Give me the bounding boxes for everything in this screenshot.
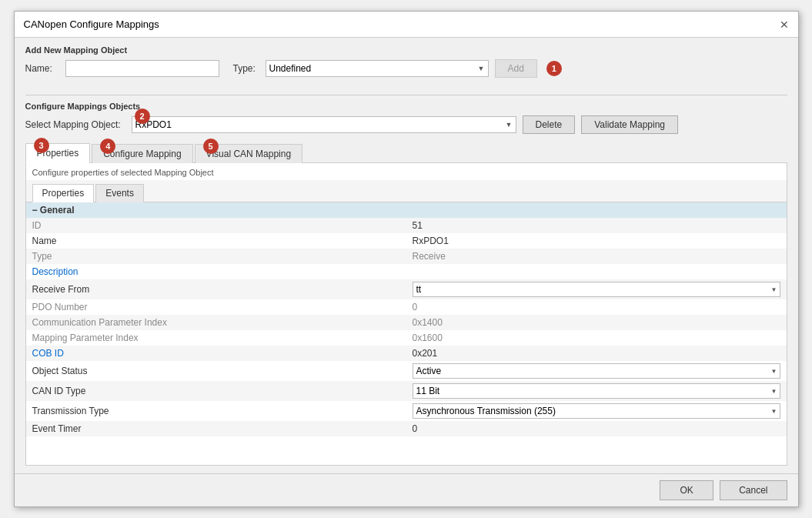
divider-1 [25,95,787,95]
prop-value-id: 51 [406,218,787,233]
prop-value-event-timer: 0 [406,421,787,436]
panel-title: Configure properties of selected Mapping… [26,163,787,180]
table-row: Communication Parameter Index 0x1400 [26,315,787,330]
dialog-footer: OK Cancel [15,473,798,506]
prop-key-id: ID [26,218,406,233]
mapping-object-select[interactable]: RxPDO1 TxPDO1 [132,116,516,133]
object-select-row: Select Mapping Object: RxPDO1 TxPDO1 2 D… [25,115,787,134]
prop-key-name: Name [26,233,406,249]
close-button[interactable]: ✕ [780,19,789,30]
prop-key-comm-param: Communication Parameter Index [26,315,406,330]
table-row: Name RxPDO1 [26,233,787,249]
prop-value-cob-id: 0x201 [406,346,787,361]
table-row: Receive From tt [26,279,787,299]
prop-key-receive-from: Receive From [26,279,406,299]
configure-section: Configure Mappings Objects Select Mappin… [25,102,787,139]
table-row: Object Status Active Inactive [26,361,787,381]
table-row: Description [26,264,787,279]
dialog-title: CANopen Configure Mappings [24,18,159,30]
name-label: Name: [25,63,59,74]
dialog-body: Add New Mapping Object Name: Type: Undef… [15,38,798,473]
sub-tab-properties[interactable]: Properties [32,184,95,202]
prop-value-comm-param: 0x1400 [406,315,787,330]
prop-key-type: Type [26,249,406,264]
table-row: ID 51 [26,218,787,233]
prop-value-mapping-param: 0x1600 [406,330,787,346]
table-row: Mapping Parameter Index 0x1600 [26,330,787,346]
type-select[interactable]: Undefined TxPDO RxPDO [266,60,489,77]
general-section-header: − General [26,202,787,218]
receive-from-select[interactable]: tt [413,282,780,297]
delete-button[interactable]: Delete [523,115,576,134]
title-bar: CANopen Configure Mappings ✕ [15,12,798,38]
type-select-wrapper: Undefined TxPDO RxPDO [266,60,489,77]
prop-value-type: Receive [406,249,787,264]
prop-value-receive-from: tt [406,279,787,299]
sub-tabs-row: Properties Events [26,180,787,202]
table-row: Transmission Type Asynchronous Transmiss… [26,401,787,421]
prop-key-cob-id: COB ID [26,346,406,361]
prop-key-event-timer: Event Timer [26,421,406,436]
prop-key-transmission-type: Transmission Type [26,401,406,421]
prop-key-description: Description [26,264,406,279]
table-row: COB ID 0x201 [26,346,787,361]
transmission-type-select[interactable]: Asynchronous Transmission (255) Synchron… [413,403,780,419]
table-row: CAN ID Type 11 Bit 29 Bit [26,381,787,401]
sub-tab-events[interactable]: Events [95,184,144,202]
validate-mapping-button[interactable]: Validate Mapping [581,115,678,134]
badge-1: 1 [546,61,562,76]
properties-table: − General ID 51 Name RxPDO1 [26,202,787,436]
prop-key-mapping-param: Mapping Parameter Index [26,330,406,346]
badge-5: 5 [203,139,219,154]
type-label: Type: [233,63,259,74]
badge-2: 2 [135,109,150,124]
main-dialog: CANopen Configure Mappings ✕ Add New Map… [14,11,799,507]
ok-button[interactable]: OK [660,480,713,500]
add-button[interactable]: Add [495,59,537,78]
name-input[interactable] [65,60,219,77]
prop-value-can-id-type: 11 Bit 29 Bit [406,381,787,401]
prop-key-pdo-number: PDO Number [26,299,406,315]
mapping-object-select-wrapper: RxPDO1 TxPDO1 2 [132,116,516,133]
prop-value-transmission-type: Asynchronous Transmission (255) Synchron… [406,401,787,421]
prop-value-pdo-number: 0 [406,299,787,315]
prop-value-object-status: Active Inactive [406,361,787,381]
select-mapping-label: Select Mapping Object: [25,119,125,130]
tab-configure-mapping[interactable]: 4 Configure Mapping [92,144,192,163]
object-status-select[interactable]: Active Inactive [413,363,780,379]
add-new-section: Add New Mapping Object Name: Type: Undef… [25,45,787,81]
prop-key-object-status: Object Status [26,361,406,381]
tabs-row: 3 Properties 4 Configure Mapping 5 Visua… [25,143,787,163]
can-id-type-select[interactable]: 11 Bit 29 Bit [413,383,780,399]
tab-properties[interactable]: 3 Properties [25,143,91,163]
add-new-form-row: Name: Type: Undefined TxPDO RxPDO Add 1 [25,59,787,78]
table-row: Type Receive [26,249,787,264]
cancel-button[interactable]: Cancel [720,480,787,500]
prop-key-can-id-type: CAN ID Type [26,381,406,401]
properties-panel: Configure properties of selected Mapping… [25,162,787,466]
table-row: PDO Number 0 [26,299,787,315]
prop-value-name: RxPDO1 [406,233,787,249]
badge-3: 3 [34,138,49,153]
add-new-label: Add New Mapping Object [25,45,787,55]
prop-value-description [406,264,787,279]
tab-visual-can-mapping[interactable]: 5 Visual CAN Mapping [195,144,303,163]
table-row: Event Timer 0 [26,421,787,436]
